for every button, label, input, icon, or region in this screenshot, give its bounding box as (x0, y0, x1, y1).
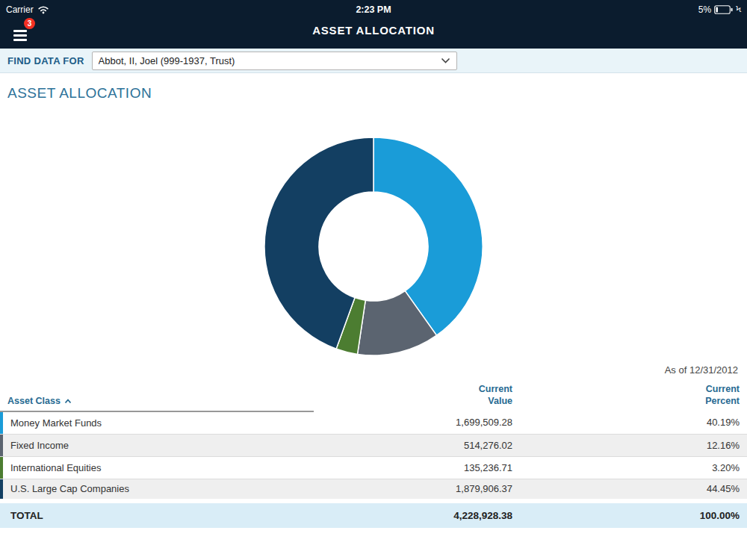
asset-allocation-table: Asset Class Current Value Current Percen… (0, 383, 747, 528)
current-value-header: Current Value (314, 383, 520, 411)
current-value-cell: 514,276.02 (314, 434, 520, 456)
account-select-value: Abbot, II, Joel (999-1937, Trust) (99, 55, 235, 66)
total-row: TOTAL 4,228,928.38 100.00% (0, 501, 747, 528)
current-percent-cell: 44.45% (520, 479, 747, 501)
as-of-date: As of 12/31/2012 (0, 364, 747, 376)
status-bar: Carrier 2:23 PM 5% Ϟ (0, 0, 747, 16)
navigation-bar: 3 ASSET ALLOCATION (0, 16, 747, 49)
carrier-label: Carrier (6, 4, 34, 15)
total-label: TOTAL (0, 501, 314, 528)
table-header-row: Asset Class Current Value Current Percen… (0, 383, 747, 411)
current-value-cell: 1,699,509.28 (314, 411, 520, 434)
current-percent-cell: 3.20% (520, 456, 747, 479)
current-percent-header-line2: Percent (520, 395, 740, 407)
asset-class-cell: U.S. Large Cap Companies (10, 483, 129, 494)
asset-class-header-label: Asset Class (7, 396, 61, 406)
row-color-swatch (0, 412, 3, 434)
current-value-cell: 1,879,906.37 (314, 479, 520, 501)
table-row: Fixed Income 514,276.02 12.16% (0, 434, 747, 456)
row-color-swatch (0, 479, 3, 500)
battery-percent: 5% (698, 4, 711, 15)
table-row: U.S. Large Cap Companies 1,879,906.37 44… (0, 479, 747, 501)
main-content: ASSET ALLOCATION As of 12/31/2012 Asset … (0, 85, 747, 528)
page-title: ASSET ALLOCATION (0, 24, 747, 37)
current-value-header-line1: Current (314, 383, 512, 395)
chevron-down-icon (441, 57, 450, 63)
current-percent-cell: 12.16% (520, 434, 747, 456)
wifi-icon (37, 5, 49, 14)
total-value-cell: 4,228,928.38 (314, 501, 520, 528)
find-data-bar: FIND DATA FOR Abbot, II, Joel (999-1937,… (0, 49, 747, 73)
current-percent-header-line1: Current (520, 383, 740, 395)
charging-bolt-icon: Ϟ (736, 5, 741, 13)
total-percent-cell: 100.00% (520, 501, 747, 528)
asset-class-cell: International Equities (10, 462, 101, 473)
find-data-label: FIND DATA FOR (7, 55, 84, 66)
current-percent-cell: 40.19% (520, 411, 747, 434)
row-color-swatch (0, 457, 3, 479)
section-heading: ASSET ALLOCATION (7, 85, 747, 102)
top-bar: Carrier 2:23 PM 5% Ϟ 3 ASSET ALLOCATION (0, 0, 747, 49)
sort-ascending-icon (64, 399, 72, 404)
table-row: Money Market Funds 1,699,509.28 40.19% (0, 411, 747, 434)
donut-chart-svg (263, 136, 484, 357)
current-value-cell: 135,236.71 (314, 456, 520, 479)
asset-class-cell: Fixed Income (10, 440, 69, 451)
battery-icon (714, 5, 733, 14)
table-row: International Equities 135,236.71 3.20% (0, 456, 747, 479)
asset-allocation-donut-chart (263, 136, 484, 357)
current-value-header-line2: Value (314, 395, 512, 407)
current-percent-header: Current Percent (520, 383, 747, 411)
row-color-swatch (0, 435, 3, 456)
asset-class-sort-header[interactable]: Asset Class (0, 383, 314, 411)
account-select[interactable]: Abbot, II, Joel (999-1937, Trust) (92, 52, 457, 70)
asset-class-cell: Money Market Funds (10, 417, 102, 429)
clock: 2:23 PM (356, 4, 391, 15)
